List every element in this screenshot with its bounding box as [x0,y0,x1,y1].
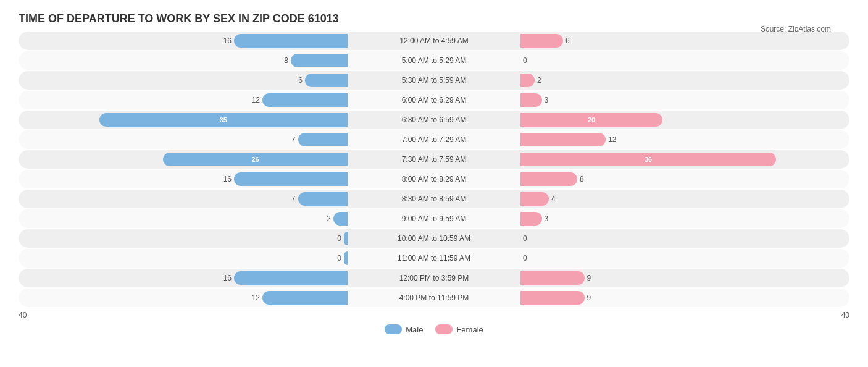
female-value-inside: 20 [588,116,595,124]
right-bar-container: 0 [520,249,849,268]
male-value: 16 [216,36,232,45]
female-value-inside: 36 [645,156,652,163]
female-value: 12 [608,135,624,144]
male-value: 6 [287,76,303,85]
female-bar [520,271,585,285]
right-bar-container: 12 [520,130,849,149]
male-bar [234,172,348,186]
female-value: 0 [523,234,538,243]
left-bar-container: 35 [19,111,348,129]
chart-row: 12 4:00 PM to 11:59 PM 9 [19,289,849,307]
chart-row: 26 7:30 AM to 7:59 AM 36 [19,150,849,169]
female-bar [520,74,535,87]
male-bar [234,271,348,285]
male-bar [305,74,348,87]
female-value: 9 [587,293,603,302]
chart-row: 7 8:30 AM to 8:59 AM 4 [19,190,849,208]
time-label: 9:00 AM to 9:59 AM [348,214,520,223]
female-value: 4 [551,195,567,203]
chart-row: 35 6:30 AM to 6:59 AM 20 [19,111,849,129]
chart-row: 16 12:00 AM to 4:59 AM 6 [19,32,849,50]
female-value: 9 [587,274,603,282]
axis-left-label: 40 [19,311,348,319]
male-value-inside: 35 [220,116,227,124]
time-label: 11:00 AM to 11:59 AM [348,254,520,263]
time-label: 8:00 AM to 8:29 AM [348,175,520,184]
left-bar-container: 12 [19,289,348,307]
left-bar-container: 16 [19,32,348,50]
left-bar-container: 6 [19,71,348,90]
female-value: 3 [545,96,560,104]
male-value: 7 [280,195,296,203]
right-bar-container: 3 [520,209,849,228]
male-bar [291,54,348,67]
female-bar [520,93,542,107]
female-bar [520,291,585,305]
chart-row: 6 5:30 AM to 5:59 AM 2 [19,71,849,90]
time-label: 10:00 AM to 10:59 AM [348,234,520,243]
right-bar-container: 3 [520,91,849,109]
male-value: 7 [280,135,296,144]
chart-row: 8 5:00 AM to 5:29 AM 0 [19,51,849,70]
legend-female-color [435,324,453,334]
chart-row: 16 12:00 PM to 3:59 PM 9 [19,269,849,287]
right-bar-container: 36 [520,150,849,169]
left-bar-container: 16 [19,170,348,188]
female-bar: 20 [520,113,662,127]
male-bar: 26 [163,153,348,166]
male-bar [262,291,348,305]
male-bar [298,192,348,206]
male-value: 0 [326,234,341,243]
legend-male-color [385,324,402,334]
left-bar-container: 12 [19,91,348,109]
female-bar [520,192,549,206]
male-value: 8 [273,56,288,65]
legend-female-label: Female [456,325,483,334]
male-bar [333,212,348,226]
chart-title: TIME OF DEPARTURE TO WORK BY SEX IN ZIP … [19,12,849,25]
male-value: 16 [216,274,232,282]
time-label: 5:00 AM to 5:29 AM [348,56,520,65]
right-bar-container: 20 [520,111,849,129]
female-value: 8 [580,175,595,184]
chart-row: 2 9:00 AM to 9:59 AM 3 [19,209,849,228]
male-value: 16 [216,175,232,184]
chart-area: 16 12:00 AM to 4:59 AM 6 8 5:00 AM to 5:… [19,32,849,307]
left-bar-container: 7 [19,190,348,208]
female-bar [520,133,606,146]
right-bar-container: 8 [520,170,849,188]
time-label: 4:00 PM to 11:59 PM [348,293,520,302]
left-bar-container: 2 [19,209,348,228]
time-label: 6:30 AM to 6:59 AM [348,116,520,124]
time-label: 7:00 AM to 7:29 AM [348,135,520,144]
female-bar [520,172,577,186]
chart-row: 16 8:00 AM to 8:29 AM 8 [19,170,849,188]
right-bar-container: 9 [520,269,849,287]
time-label: 12:00 AM to 4:59 AM [348,36,520,45]
right-bar-container: 6 [520,32,849,50]
axis-right-label: 40 [520,311,849,319]
female-value: 2 [537,76,553,85]
right-bar-container: 2 [520,71,849,90]
female-value: 6 [565,36,581,45]
female-bar [520,34,563,48]
chart-row: 7 7:00 AM to 7:29 AM 12 [19,130,849,149]
time-label: 6:00 AM to 6:29 AM [348,96,520,104]
left-bar-container: 26 [19,150,348,169]
chart-row: 12 6:00 AM to 6:29 AM 3 [19,91,849,109]
legend: Male Female [19,324,849,334]
male-bar [234,34,348,48]
male-value: 12 [244,96,260,104]
time-label: 7:30 AM to 7:59 AM [348,155,520,164]
left-bar-container: 0 [19,229,348,248]
axis-labels: 40 40 [19,311,849,319]
male-value: 12 [244,293,260,302]
male-bar [344,251,348,265]
legend-male-label: Male [406,325,423,334]
right-bar-container: 0 [520,51,849,70]
female-bar [520,212,542,226]
time-label: 8:30 AM to 8:59 AM [348,195,520,203]
right-bar-container: 4 [520,190,849,208]
left-bar-container: 0 [19,249,348,268]
male-bar [344,232,348,245]
